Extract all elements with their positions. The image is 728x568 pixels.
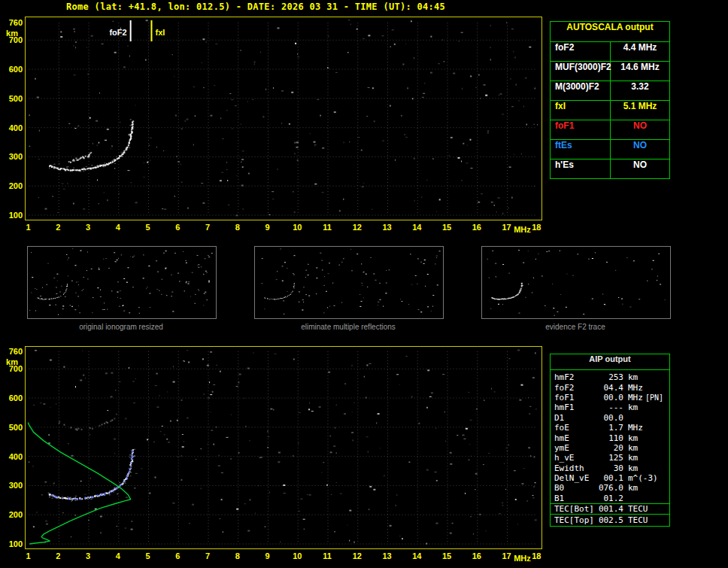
y-tick-label: 100 [2, 539, 23, 548]
param-unit: km [628, 402, 638, 412]
table-row: B0076.0km [551, 483, 669, 493]
param-value: 253 [596, 372, 623, 382]
y-axis-unit-label: km [2, 29, 23, 38]
param-name: foF2 [551, 383, 596, 393]
x-tick-label: 16 [470, 223, 484, 232]
param-name: hmF2 [551, 372, 596, 382]
x-tick-label: 15 [440, 223, 453, 232]
param-label: MUF(3000)F2 [551, 62, 611, 80]
thumbnail-canvas [482, 247, 669, 317]
y-tick-label: 400 [2, 452, 23, 461]
param-name: DelN_vE [551, 473, 596, 483]
table-row: Ewidth30km [551, 463, 669, 473]
param-value: NO [611, 140, 669, 159]
y-axis-unit-label: km [2, 357, 23, 366]
y-tick-label: 400 [2, 123, 23, 132]
thumbnail-caption: eliminate multiple reflections [254, 323, 442, 331]
x-tick-label: 1 [22, 223, 35, 232]
x-tick-label: 15 [440, 551, 453, 560]
param-value: 3.32 [611, 81, 669, 100]
param-unit: km [628, 443, 638, 453]
param-value: NO [611, 159, 669, 178]
station-date-header: Rome (lat: +41.8, lon: 012.5) - DATE: 20… [66, 2, 445, 12]
x-tick-label: 3 [81, 223, 95, 232]
fof2-marker-label: foF2 [109, 28, 126, 37]
y-tick-label: 760 [2, 18, 23, 27]
param-name: foE [551, 423, 596, 433]
x-tick-label: 5 [141, 551, 155, 560]
table-row: foF1NO [551, 120, 669, 139]
param-name: ymE [551, 443, 596, 453]
param-value: 14.6 MHz [611, 62, 669, 80]
param-unit: MHz [628, 383, 643, 393]
x-tick-label: 6 [171, 223, 184, 232]
param-value: 110 [596, 433, 623, 443]
x-tick-label: 12 [350, 223, 364, 232]
param-name: hmF1 [551, 402, 596, 412]
param-name: B0 [551, 483, 596, 493]
param-unit: km [628, 433, 638, 443]
x-tick-label: 8 [231, 223, 244, 232]
param-label: foF1 [551, 120, 611, 139]
x-tick-label: 7 [201, 551, 214, 560]
table-row: foF204.4MHz [551, 382, 669, 392]
y-tick-label: 300 [2, 481, 23, 490]
aip-table: AIP outputhmF2253kmfoF204.4MHzfoF100.0MH… [550, 354, 670, 527]
x-axis-unit-label: MHz [513, 225, 532, 234]
x-tick-label: 7 [201, 223, 214, 232]
x-tick-label: 3 [81, 551, 95, 560]
param-value: 01.2 [596, 494, 623, 503]
x-tick-label: 14 [410, 223, 423, 232]
param-name: h_vE [551, 453, 596, 463]
y-tick-label: 200 [2, 181, 23, 190]
aip-rows: hmF2253kmfoF204.4MHzfoF100.0MHz[PN]hmF1-… [551, 370, 669, 525]
x-axis-unit-label: MHz [513, 554, 532, 563]
thumbnail-caption: evidence F2 trace [481, 323, 669, 331]
profile-ionogram-plot [25, 346, 542, 549]
table-row: D100.0 [551, 413, 669, 423]
table-row: TEC[Bot]001.4TECU [551, 503, 669, 514]
param-unit: m^(-3) [628, 473, 658, 483]
param-name: hmE [551, 433, 596, 443]
x-tick-label: 1 [22, 551, 35, 560]
param-name: Ewidth [551, 463, 596, 473]
param-label: foF2 [551, 42, 611, 61]
table-row: foE1.7MHz [551, 423, 669, 433]
param-unit: MHz [628, 423, 643, 433]
param-value: 5.1 MHz [611, 101, 669, 120]
x-tick-label: 11 [320, 223, 334, 232]
y-tick-label: 760 [2, 347, 23, 356]
table-row: TEC[Top]002.5TECU [551, 514, 669, 524]
param-label: fxI [551, 101, 611, 120]
x-tick-label: 17 [500, 551, 514, 560]
param-name: TEC[Bot] [551, 504, 596, 514]
table-row: ymE20km [551, 443, 669, 453]
autoscala-screen: Rome (lat: +41.8, lon: 012.5) - DATE: 20… [0, 0, 728, 568]
x-tick-label: 6 [171, 551, 184, 560]
y-tick-label: 500 [2, 94, 23, 103]
param-label: M(3000)F2 [551, 81, 611, 100]
scaled-ionogram-canvas: foF2fxI [26, 17, 541, 220]
table-row: ftEsNO [551, 139, 669, 159]
fxi-marker-label: fxI [155, 28, 165, 37]
param-value: 001.4 [596, 504, 623, 514]
param-name: TEC[Top] [551, 515, 596, 525]
thumbnail-3 [481, 246, 671, 319]
autoscala-table: AUTOSCALA outputfoF24.4 MHzMUF(3000)F214… [550, 21, 670, 179]
param-unit: km [628, 372, 638, 382]
x-tick-label: 13 [381, 551, 394, 560]
table-row: DelN_vE00.1m^(-3) [551, 473, 669, 483]
electron-density-profile [28, 423, 130, 544]
autoscala-table-title: AUTOSCALA output [551, 22, 669, 41]
param-unit: MHz [628, 393, 643, 402]
table-row: MUF(3000)F214.6 MHz [551, 61, 669, 80]
x-tick-label: 2 [51, 223, 65, 232]
param-value: 1.7 [596, 423, 623, 433]
x-tick-label: 14 [410, 551, 423, 560]
param-unit: km [628, 483, 638, 493]
param-value: NO [611, 120, 669, 139]
table-row: hmE110km [551, 433, 669, 442]
thumbnail-1 [27, 246, 217, 319]
y-tick-label: 600 [2, 65, 23, 74]
x-tick-label: 12 [350, 551, 364, 560]
